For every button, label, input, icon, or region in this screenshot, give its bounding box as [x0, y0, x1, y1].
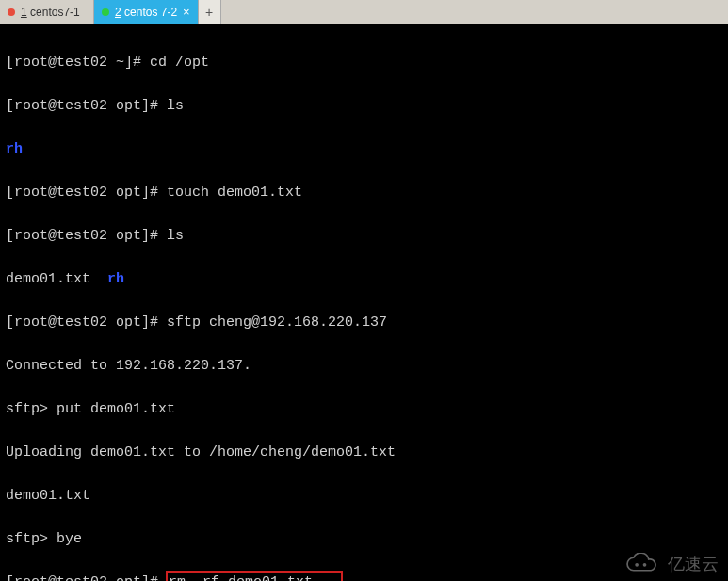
- terminal-line: sftp> put demo01.txt: [6, 398, 722, 420]
- terminal-line: [root@test02 opt]# touch demo01.txt: [6, 182, 722, 203]
- cmd: ls: [167, 98, 184, 114]
- tab-add-button[interactable]: +: [199, 0, 221, 24]
- prompt: [root@test02 opt]#: [6, 228, 167, 244]
- highlight-box: rm -rf demo01.txt: [167, 572, 342, 581]
- cmd: rm -rf demo01.txt: [169, 574, 313, 581]
- prompt: [root@test02 opt]#: [6, 98, 167, 114]
- sftp-prompt: sftp>: [6, 401, 57, 417]
- output: Connected to 192.168.220.137.: [6, 358, 251, 374]
- cmd: cd /opt: [150, 55, 209, 71]
- tab-centos7-2[interactable]: 2 centos 7-2 ×: [94, 0, 199, 24]
- tab-bar: 1 centos7-1 2 centos 7-2 × +: [0, 0, 728, 24]
- dir-rh: rh: [107, 271, 124, 287]
- cmd: ls: [167, 228, 184, 244]
- tab-close-icon[interactable]: ×: [183, 6, 190, 18]
- terminal-line: Uploading demo01.txt to /home/cheng/demo…: [6, 442, 722, 463]
- terminal-line: rh: [6, 138, 722, 160]
- terminal-line: [root@test02 opt]# ls: [6, 225, 722, 247]
- terminal-line: [root@test02 opt]# ls: [6, 95, 722, 117]
- terminal-line: [root@test02 ~]# cd /opt: [6, 52, 722, 73]
- terminal-line: [root@test02 opt]# sftp cheng@192.168.22…: [6, 312, 722, 333]
- prompt: [root@test02 ~]#: [6, 55, 150, 71]
- tab-hotkey: 2: [115, 6, 121, 19]
- dir-rh: rh: [6, 141, 23, 157]
- tab-centos7-1[interactable]: 1 centos7-1: [0, 0, 94, 24]
- prompt: [root@test02 opt]#: [6, 315, 167, 331]
- terminal-line: sftp> bye: [6, 528, 722, 550]
- terminal-line: demo01.txt rh: [6, 268, 722, 290]
- svg-point-0: [635, 563, 639, 567]
- terminal-line: Connected to 192.168.220.137.: [6, 355, 722, 377]
- terminal-line: [root@test02 opt]# rm -rf demo01.txt: [6, 572, 722, 581]
- tab-label: centos7-1: [30, 6, 80, 19]
- cmd: sftp cheng@192.168.220.137: [167, 315, 387, 331]
- status-dot-icon: [8, 8, 15, 16]
- sftp-prompt: sftp>: [6, 531, 57, 547]
- cmd: put demo01.txt: [57, 401, 175, 417]
- terminal[interactable]: [root@test02 ~]# cd /opt [root@test02 op…: [0, 24, 728, 581]
- output: demo01.txt: [6, 488, 90, 504]
- status-dot-icon: [102, 8, 109, 16]
- prompt: [root@test02 opt]#: [6, 185, 167, 201]
- file: demo01.txt: [6, 271, 90, 287]
- output: Uploading demo01.txt to /home/cheng/demo…: [6, 444, 396, 460]
- prompt: [root@test02 opt]#: [6, 574, 167, 581]
- terminal-line: demo01.txt: [6, 485, 722, 507]
- svg-point-1: [643, 563, 647, 567]
- tab-hotkey: 1: [21, 6, 27, 19]
- tab-label: centos 7-2: [124, 6, 177, 19]
- cmd: bye: [57, 531, 82, 547]
- cmd: touch demo01.txt: [167, 185, 302, 201]
